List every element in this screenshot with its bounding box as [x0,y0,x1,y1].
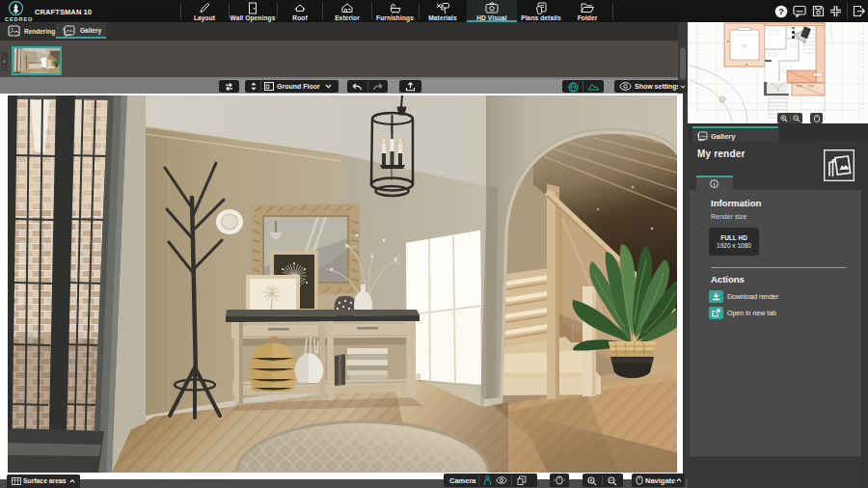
svg-text:CEDREO: CEDREO [5,16,33,22]
svg-text:?: ? [778,7,784,16]
